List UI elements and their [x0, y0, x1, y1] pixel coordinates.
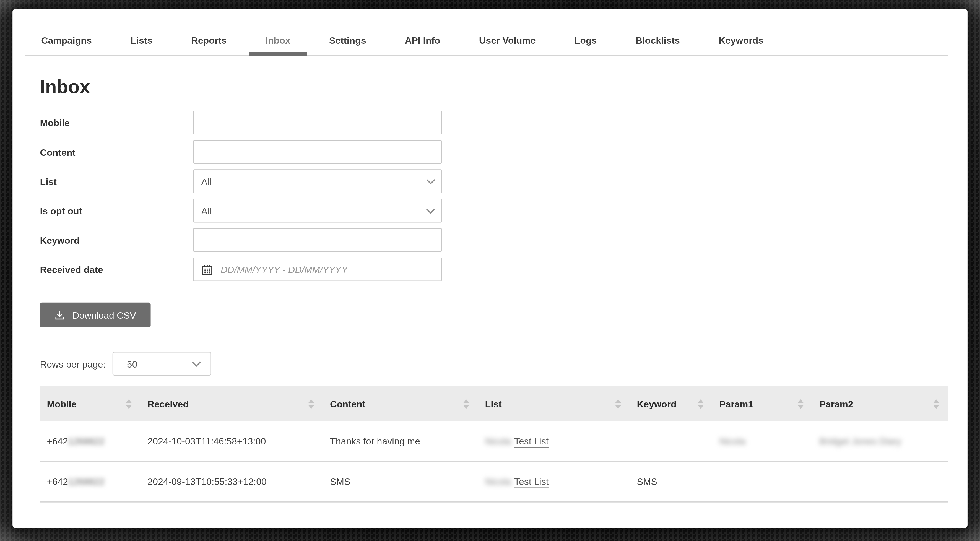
- chevron-down-icon: [192, 358, 201, 366]
- column-header-list: List: [478, 386, 630, 421]
- cell-content: Thanks for having me: [323, 421, 478, 460]
- mobile-label: Mobile: [40, 117, 193, 128]
- rows-per-page: Rows per page: 50: [40, 352, 967, 376]
- table-header-row: Mobile Received Content List Keyword: [40, 386, 948, 421]
- screenshot-frame: Campaigns Lists Reports Inbox Settings A…: [0, 0, 980, 541]
- download-csv-label: Download CSV: [72, 310, 136, 320]
- cell-list: Nicola Test List: [478, 421, 630, 460]
- chevron-down-icon: [426, 205, 435, 213]
- content-input[interactable]: [193, 140, 442, 164]
- list-link[interactable]: Test List: [514, 436, 549, 446]
- filter-row-optout: Is opt out All: [40, 199, 948, 223]
- filter-row-received-date: Received date DD/MM/YYYY - D: [40, 258, 948, 281]
- tab-keywords[interactable]: Keywords: [702, 29, 780, 55]
- tab-inbox[interactable]: Inbox: [249, 29, 307, 55]
- column-header-content: Content: [323, 386, 478, 421]
- column-header-param1: Param1: [713, 386, 813, 421]
- cell-received: 2024-09-13T10:55:33+12:00: [140, 462, 323, 501]
- redacted-param2: Bridget Jones Diary: [819, 436, 901, 446]
- optout-select[interactable]: All: [193, 199, 442, 223]
- sort-arrows-icon[interactable]: [933, 399, 940, 409]
- cell-received: 2024-10-03T11:46:58+13:00: [140, 421, 323, 460]
- keyword-label: Keyword: [40, 234, 193, 245]
- filter-row-content: Content: [40, 140, 948, 164]
- column-header-keyword: Keyword: [630, 386, 713, 421]
- rows-per-page-select[interactable]: 50: [113, 352, 211, 376]
- download-csv-button[interactable]: Download CSV: [40, 302, 151, 328]
- top-nav: Campaigns Lists Reports Inbox Settings A…: [25, 9, 948, 56]
- optout-label: Is opt out: [40, 205, 193, 216]
- sort-arrows-icon[interactable]: [463, 399, 469, 409]
- rows-per-page-value: 50: [127, 358, 137, 369]
- filter-row-list: List All: [40, 169, 948, 193]
- redacted-mobile-digits: 1268822: [68, 476, 105, 487]
- tab-settings[interactable]: Settings: [313, 29, 382, 55]
- mobile-input[interactable]: [193, 111, 442, 134]
- cell-param1: [713, 462, 813, 501]
- tab-reports[interactable]: Reports: [175, 29, 243, 55]
- column-header-mobile: Mobile: [40, 386, 141, 421]
- received-date-placeholder: DD/MM/YYYY - DD/MM/YYYY: [221, 264, 348, 275]
- tab-lists[interactable]: Lists: [114, 29, 169, 55]
- sort-arrows-icon[interactable]: [615, 399, 621, 409]
- optout-select-value: All: [201, 205, 212, 216]
- table-row: +642 1268822 2024-10-03T11:46:58+13:00 T…: [40, 421, 948, 462]
- download-icon: [54, 310, 65, 320]
- filter-form: Mobile Content List All Is opt out All: [13, 111, 967, 281]
- list-link[interactable]: Test List: [514, 476, 549, 487]
- calendar-icon: [201, 263, 213, 275]
- redacted-list-name: Nicola: [485, 476, 511, 487]
- page-title: Inbox: [40, 76, 967, 98]
- redacted-list-name: Nicola: [485, 436, 511, 446]
- sort-arrows-icon[interactable]: [126, 399, 132, 409]
- app-window: Campaigns Lists Reports Inbox Settings A…: [13, 9, 967, 528]
- received-date-input[interactable]: DD/MM/YYYY - DD/MM/YYYY: [193, 258, 442, 281]
- received-date-label: Received date: [40, 264, 193, 275]
- cell-param2: Bridget Jones Diary: [812, 421, 948, 460]
- filter-row-mobile: Mobile: [40, 111, 948, 134]
- list-select[interactable]: All: [193, 169, 442, 193]
- sort-arrows-icon[interactable]: [308, 399, 315, 409]
- filter-row-keyword: Keyword: [40, 228, 948, 252]
- tab-blocklists[interactable]: Blocklists: [619, 29, 696, 55]
- cell-param1: Nicola: [713, 421, 813, 460]
- keyword-input[interactable]: [193, 228, 442, 252]
- column-header-received: Received: [140, 386, 323, 421]
- inbox-table: Mobile Received Content List Keyword: [40, 386, 948, 502]
- list-label: List: [40, 176, 193, 186]
- sort-arrows-icon[interactable]: [698, 399, 704, 409]
- cell-list: Nicola Test List: [478, 462, 630, 501]
- list-select-value: All: [201, 176, 212, 186]
- rows-per-page-label: Rows per page:: [40, 358, 106, 369]
- redacted-param1: Nicola: [719, 436, 745, 446]
- cell-keyword: SMS: [630, 462, 713, 501]
- redacted-mobile-digits: 1268822: [68, 436, 105, 446]
- chevron-down-icon: [426, 175, 435, 184]
- tab-api-info[interactable]: API Info: [389, 29, 457, 55]
- cell-param2: [812, 462, 948, 501]
- cell-mobile: +642 1268822: [40, 462, 141, 501]
- content-label: Content: [40, 146, 193, 157]
- sort-arrows-icon[interactable]: [797, 399, 804, 409]
- cell-mobile: +642 1268822: [40, 421, 141, 460]
- tab-logs[interactable]: Logs: [558, 29, 613, 55]
- cell-content: SMS: [323, 462, 478, 501]
- column-header-param2: Param2: [812, 386, 948, 421]
- tab-campaigns[interactable]: Campaigns: [25, 29, 108, 55]
- table-row: +642 1268822 2024-09-13T10:55:33+12:00 S…: [40, 462, 948, 503]
- cell-keyword: [630, 421, 713, 460]
- tab-user-volume[interactable]: User Volume: [463, 29, 552, 55]
